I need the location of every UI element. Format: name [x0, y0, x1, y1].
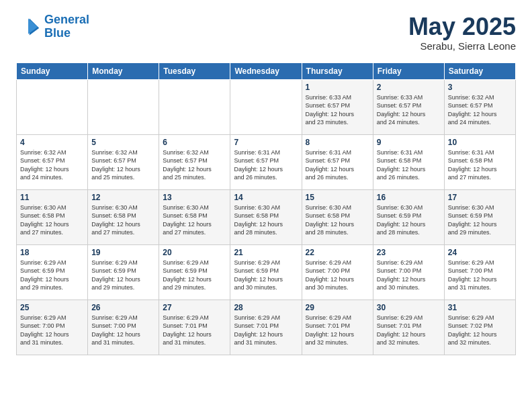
day-info: Sunrise: 6:30 AM Sunset: 6:59 PM Dayligh… — [377, 203, 441, 237]
day-number: 28 — [234, 303, 298, 312]
day-info: Sunrise: 6:32 AM Sunset: 6:57 PM Dayligh… — [91, 148, 155, 182]
calendar-cell — [17, 79, 88, 134]
day-number: 30 — [377, 303, 441, 312]
calendar-cell: 7Sunrise: 6:31 AM Sunset: 6:57 PM Daylig… — [230, 134, 302, 189]
day-number: 6 — [163, 138, 226, 147]
day-number: 11 — [20, 193, 84, 202]
day-info: Sunrise: 6:33 AM Sunset: 6:57 PM Dayligh… — [377, 93, 441, 127]
calendar-cell: 23Sunrise: 6:29 AM Sunset: 7:00 PM Dayli… — [373, 244, 444, 300]
page: General Blue May 2025 Serabu, Sierra Leo… — [0, 0, 532, 369]
month-title: May 2025 — [408, 13, 516, 40]
calendar-cell: 19Sunrise: 6:29 AM Sunset: 6:59 PM Dayli… — [88, 244, 159, 300]
calendar-cell: 22Sunrise: 6:29 AM Sunset: 7:00 PM Dayli… — [302, 244, 373, 300]
day-info: Sunrise: 6:29 AM Sunset: 6:59 PM Dayligh… — [234, 259, 298, 292]
week-row-3: 11Sunrise: 6:30 AM Sunset: 6:58 PM Dayli… — [17, 189, 516, 244]
day-number: 26 — [91, 303, 155, 312]
calendar-cell: 28Sunrise: 6:29 AM Sunset: 7:01 PM Dayli… — [230, 300, 302, 355]
day-info: Sunrise: 6:32 AM Sunset: 6:57 PM Dayligh… — [163, 148, 226, 182]
calendar-cell: 2Sunrise: 6:33 AM Sunset: 6:57 PM Daylig… — [373, 79, 444, 134]
calendar-cell: 11Sunrise: 6:30 AM Sunset: 6:58 PM Dayli… — [17, 189, 88, 244]
calendar-cell: 3Sunrise: 6:32 AM Sunset: 6:57 PM Daylig… — [444, 79, 515, 134]
day-number: 2 — [377, 83, 441, 92]
day-info: Sunrise: 6:31 AM Sunset: 6:58 PM Dayligh… — [377, 148, 441, 182]
logo: General Blue — [16, 13, 89, 40]
calendar-cell: 17Sunrise: 6:30 AM Sunset: 6:59 PM Dayli… — [444, 189, 515, 244]
day-number: 8 — [306, 138, 369, 147]
col-friday: Friday — [373, 62, 444, 79]
calendar-cell: 25Sunrise: 6:29 AM Sunset: 7:00 PM Dayli… — [17, 300, 88, 355]
day-number: 17 — [448, 193, 512, 202]
day-info: Sunrise: 6:29 AM Sunset: 7:02 PM Dayligh… — [448, 314, 512, 347]
title-block: May 2025 Serabu, Sierra Leone — [408, 13, 516, 52]
day-number: 18 — [20, 248, 84, 257]
calendar-cell — [230, 79, 302, 134]
day-info: Sunrise: 6:30 AM Sunset: 6:58 PM Dayligh… — [234, 203, 298, 237]
calendar-cell: 6Sunrise: 6:32 AM Sunset: 6:57 PM Daylig… — [159, 134, 230, 189]
calendar-cell: 8Sunrise: 6:31 AM Sunset: 6:57 PM Daylig… — [302, 134, 373, 189]
day-info: Sunrise: 6:29 AM Sunset: 7:01 PM Dayligh… — [234, 314, 298, 347]
day-number: 24 — [448, 248, 512, 257]
day-info: Sunrise: 6:29 AM Sunset: 7:00 PM Dayligh… — [448, 259, 512, 292]
day-info: Sunrise: 6:29 AM Sunset: 7:00 PM Dayligh… — [377, 259, 441, 292]
calendar-cell: 18Sunrise: 6:29 AM Sunset: 6:59 PM Dayli… — [17, 244, 88, 300]
day-info: Sunrise: 6:29 AM Sunset: 6:59 PM Dayligh… — [20, 259, 84, 292]
calendar-table: Sunday Monday Tuesday Wednesday Thursday… — [16, 62, 516, 355]
day-info: Sunrise: 6:29 AM Sunset: 6:59 PM Dayligh… — [163, 259, 226, 292]
col-thursday: Thursday — [302, 62, 373, 79]
col-monday: Monday — [88, 62, 159, 79]
logo-line2: Blue — [44, 26, 71, 40]
calendar-cell: 16Sunrise: 6:30 AM Sunset: 6:59 PM Dayli… — [373, 189, 444, 244]
day-number: 23 — [377, 248, 441, 257]
col-sunday: Sunday — [17, 62, 88, 79]
day-number: 15 — [306, 193, 369, 202]
day-info: Sunrise: 6:29 AM Sunset: 7:01 PM Dayligh… — [377, 314, 441, 347]
day-number: 22 — [306, 248, 369, 257]
week-row-5: 25Sunrise: 6:29 AM Sunset: 7:00 PM Dayli… — [17, 300, 516, 355]
col-tuesday: Tuesday — [159, 62, 230, 79]
day-info: Sunrise: 6:29 AM Sunset: 7:00 PM Dayligh… — [91, 314, 155, 347]
day-info: Sunrise: 6:30 AM Sunset: 6:58 PM Dayligh… — [20, 203, 84, 237]
calendar-cell — [159, 79, 230, 134]
week-row-2: 4Sunrise: 6:32 AM Sunset: 6:57 PM Daylig… — [17, 134, 516, 189]
calendar-cell: 24Sunrise: 6:29 AM Sunset: 7:00 PM Dayli… — [444, 244, 515, 300]
logo-text: General Blue — [44, 13, 89, 40]
calendar-cell: 30Sunrise: 6:29 AM Sunset: 7:01 PM Dayli… — [373, 300, 444, 355]
calendar-cell: 4Sunrise: 6:32 AM Sunset: 6:57 PM Daylig… — [17, 134, 88, 189]
day-info: Sunrise: 6:29 AM Sunset: 6:59 PM Dayligh… — [91, 259, 155, 292]
day-number: 3 — [448, 83, 512, 92]
day-info: Sunrise: 6:30 AM Sunset: 6:58 PM Dayligh… — [306, 203, 369, 237]
location: Serabu, Sierra Leone — [408, 40, 516, 52]
calendar-cell: 10Sunrise: 6:31 AM Sunset: 6:58 PM Dayli… — [444, 134, 515, 189]
day-number: 13 — [163, 193, 226, 202]
calendar-cell: 27Sunrise: 6:29 AM Sunset: 7:01 PM Dayli… — [159, 300, 230, 355]
calendar-cell: 31Sunrise: 6:29 AM Sunset: 7:02 PM Dayli… — [444, 300, 515, 355]
calendar-cell: 9Sunrise: 6:31 AM Sunset: 6:58 PM Daylig… — [373, 134, 444, 189]
calendar-cell: 26Sunrise: 6:29 AM Sunset: 7:00 PM Dayli… — [88, 300, 159, 355]
day-number: 20 — [163, 248, 226, 257]
day-info: Sunrise: 6:30 AM Sunset: 6:59 PM Dayligh… — [448, 203, 512, 237]
day-info: Sunrise: 6:31 AM Sunset: 6:58 PM Dayligh… — [448, 148, 512, 182]
calendar-cell: 20Sunrise: 6:29 AM Sunset: 6:59 PM Dayli… — [159, 244, 230, 300]
day-number: 9 — [377, 138, 441, 147]
col-saturday: Saturday — [444, 62, 515, 79]
day-info: Sunrise: 6:32 AM Sunset: 6:57 PM Dayligh… — [20, 148, 84, 182]
day-info: Sunrise: 6:31 AM Sunset: 6:57 PM Dayligh… — [306, 148, 369, 182]
logo-icon — [16, 15, 40, 39]
day-number: 4 — [20, 138, 84, 147]
day-info: Sunrise: 6:31 AM Sunset: 6:57 PM Dayligh… — [234, 148, 298, 182]
calendar-cell: 1Sunrise: 6:33 AM Sunset: 6:57 PM Daylig… — [302, 79, 373, 134]
calendar-cell: 15Sunrise: 6:30 AM Sunset: 6:58 PM Dayli… — [302, 189, 373, 244]
day-info: Sunrise: 6:29 AM Sunset: 7:00 PM Dayligh… — [306, 259, 369, 292]
day-number: 1 — [306, 83, 369, 92]
header-row: Sunday Monday Tuesday Wednesday Thursday… — [17, 62, 516, 79]
day-info: Sunrise: 6:30 AM Sunset: 6:58 PM Dayligh… — [91, 203, 155, 237]
col-wednesday: Wednesday — [230, 62, 302, 79]
day-number: 25 — [20, 303, 84, 312]
calendar-cell: 5Sunrise: 6:32 AM Sunset: 6:57 PM Daylig… — [88, 134, 159, 189]
day-info: Sunrise: 6:32 AM Sunset: 6:57 PM Dayligh… — [448, 93, 512, 127]
header: General Blue May 2025 Serabu, Sierra Leo… — [16, 13, 516, 52]
day-number: 19 — [91, 248, 155, 257]
day-number: 7 — [234, 138, 298, 147]
day-info: Sunrise: 6:29 AM Sunset: 7:01 PM Dayligh… — [306, 314, 369, 347]
calendar-cell: 29Sunrise: 6:29 AM Sunset: 7:01 PM Dayli… — [302, 300, 373, 355]
